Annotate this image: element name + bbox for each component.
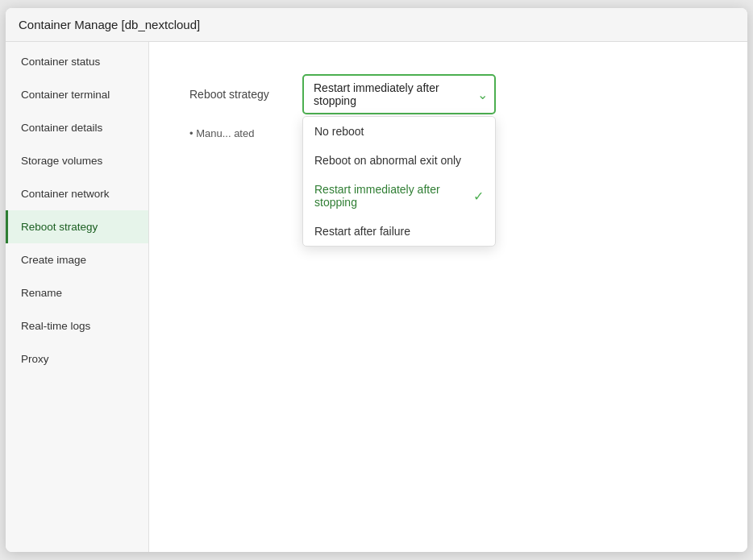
- sidebar-item-container-terminal[interactable]: Container terminal: [6, 78, 148, 111]
- dropdown-item-label: No reboot: [314, 125, 364, 138]
- sidebar-item-container-network[interactable]: Container network: [6, 177, 148, 210]
- main-window: Container Manage [db_nextcloud] Containe…: [6, 8, 747, 552]
- sidebar-item-container-status[interactable]: Container status: [6, 45, 148, 78]
- dropdown-item-restart-immediately[interactable]: Restart immediately after stopping✓: [303, 175, 495, 217]
- titlebar: Container Manage [db_nextcloud]: [6, 8, 747, 42]
- sidebar-item-container-details[interactable]: Container details: [6, 111, 148, 144]
- dropdown-item-restart-after-failure[interactable]: Restart after failure: [303, 217, 495, 246]
- reboot-strategy-select[interactable]: Restart immediately after stopping: [302, 74, 496, 114]
- dropdown-item-reboot-abnormal[interactable]: Reboot on abnormal exit only: [303, 146, 495, 175]
- sidebar: Container statusContainer terminalContai…: [6, 42, 149, 552]
- reboot-strategy-select-wrapper: Restart immediately after stopping ⌄ No …: [302, 74, 496, 114]
- sidebar-item-create-image[interactable]: Create image: [6, 243, 148, 276]
- dropdown-item-label: Restart immediately after stopping: [314, 183, 473, 209]
- check-icon: ✓: [473, 189, 484, 204]
- main-content: Reboot strategy Restart immediately afte…: [149, 42, 747, 552]
- sidebar-item-reboot-strategy[interactable]: Reboot strategy: [6, 210, 148, 243]
- dropdown-item-label: Reboot on abnormal exit only: [314, 154, 461, 167]
- window-title: Container Manage [db_nextcloud]: [19, 18, 200, 31]
- reboot-strategy-row: Reboot strategy Restart immediately afte…: [189, 74, 707, 114]
- sidebar-item-rename[interactable]: Rename: [6, 276, 148, 309]
- reboot-strategy-label: Reboot strategy: [189, 88, 286, 101]
- sidebar-item-proxy[interactable]: Proxy: [6, 342, 148, 375]
- dropdown-menu: No rebootReboot on abnormal exit onlyRes…: [302, 116, 496, 247]
- content-area: Container statusContainer terminalContai…: [6, 42, 747, 552]
- dropdown-item-no-reboot[interactable]: No reboot: [303, 117, 495, 146]
- dropdown-item-label: Restart after failure: [314, 225, 410, 238]
- sidebar-item-real-time-logs[interactable]: Real-time logs: [6, 309, 148, 342]
- sidebar-item-storage-volumes[interactable]: Storage volumes: [6, 144, 148, 177]
